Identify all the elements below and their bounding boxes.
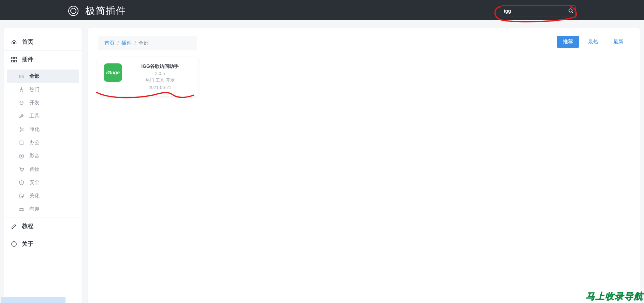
plugin-date: 2021-06-21 [128, 85, 192, 90]
breadcrumb-current: 全部 [138, 40, 149, 46]
bars-icon [18, 73, 25, 79]
sort-tab-newest[interactable]: 最新 [607, 36, 630, 48]
category-label: 热门 [29, 86, 40, 93]
book-icon [18, 140, 25, 146]
app-header: 极简插件 [0, 1, 644, 20]
search-icon[interactable] [568, 8, 574, 14]
play-icon [18, 153, 25, 159]
category-game[interactable]: 有趣 [7, 202, 79, 216]
nav-tutorials[interactable]: 教程 [4, 217, 82, 235]
nav-label: 插件 [22, 56, 33, 63]
main-content: 首页 / 插件 / 全部 推荐 最热 最新 iGuge iGG谷歌访问助手 2.… [88, 28, 640, 303]
chrome-logo-icon [68, 6, 78, 16]
category-label: 净化 [29, 126, 40, 133]
category-label: 有趣 [29, 206, 40, 212]
sidebar: 首页 插件 全部热门开发工具净化办公影音购物安全美化有趣 教程 关于 [4, 28, 82, 303]
nav-about[interactable]: 关于 [4, 235, 82, 253]
category-label: 全部 [29, 73, 40, 79]
home-icon [11, 39, 17, 45]
svg-point-0 [569, 9, 572, 12]
category-label: 办公 [29, 139, 40, 146]
info-icon [11, 241, 17, 247]
shield-icon [18, 180, 25, 186]
sort-tab-hottest[interactable]: 最热 [582, 36, 604, 48]
search-box[interactable] [501, 5, 576, 16]
cart-icon [18, 166, 25, 172]
plugin-tags: 热门 工具 开发 [128, 77, 192, 84]
plug-icon [18, 100, 25, 106]
search-input[interactable] [504, 8, 568, 14]
watermark: 马上收录导航 [586, 290, 643, 302]
plugin-title: iGG谷歌访问助手 [128, 63, 192, 70]
category-label: 安全 [29, 179, 40, 186]
svg-line-1 [572, 12, 573, 13]
plugin-icon: iGuge [104, 63, 122, 82]
breadcrumb: 首页 / 插件 / 全部 [98, 36, 197, 50]
nav-label: 关于 [22, 240, 33, 248]
category-book[interactable]: 办公 [7, 136, 79, 149]
category-bars[interactable]: 全部 [7, 70, 79, 83]
nav-label: 教程 [22, 222, 33, 230]
palette-icon [18, 193, 25, 199]
breadcrumb-plugins[interactable]: 插件 [121, 40, 132, 46]
category-label: 工具 [29, 113, 40, 119]
game-icon [18, 206, 25, 212]
category-palette[interactable]: 美化 [7, 189, 79, 202]
plugin-version: 2.0.5 [128, 71, 192, 76]
wrench-icon [18, 113, 25, 119]
category-label: 购物 [29, 166, 40, 172]
category-label: 开发 [29, 100, 40, 106]
category-shield[interactable]: 安全 [7, 176, 79, 189]
category-scissors[interactable]: 净化 [7, 123, 79, 136]
category-play[interactable]: 影音 [7, 149, 79, 163]
category-flame[interactable]: 热门 [7, 83, 79, 96]
plugin-card[interactable]: iGuge iGG谷歌访问助手 2.0.5 热门 工具 开发 2021-06-2… [98, 57, 198, 96]
category-cart[interactable]: 购物 [7, 163, 79, 176]
category-plug[interactable]: 开发 [7, 96, 79, 109]
flame-icon [18, 87, 25, 93]
category-label: 美化 [29, 193, 40, 199]
pencil-icon [11, 223, 17, 229]
nav-plugins[interactable]: 插件 [4, 51, 82, 68]
site-title: 极简插件 [85, 4, 126, 17]
grid-icon [11, 57, 17, 63]
nav-label: 首页 [22, 38, 33, 46]
breadcrumb-home[interactable]: 首页 [104, 40, 115, 46]
category-wrench[interactable]: 工具 [7, 109, 79, 123]
sort-tab-recommended[interactable]: 推荐 [557, 36, 579, 48]
scissors-icon [18, 126, 25, 133]
nav-home[interactable]: 首页 [4, 33, 82, 50]
category-label: 影音 [29, 153, 40, 159]
status-bar-hint [1, 297, 65, 303]
sort-tabs: 推荐 最热 最新 [557, 36, 630, 48]
